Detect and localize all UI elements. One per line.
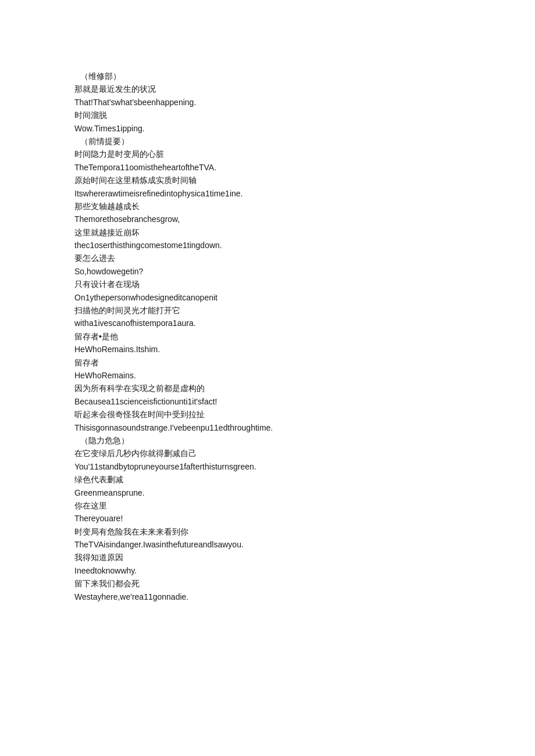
main-content: （维修部）那就是最近发生的状况That!That'swhat'sbeenhapp… — [0, 0, 535, 650]
text-line-l28: Thisisgonnasoundstrange.I'vebeenpu11edth… — [74, 421, 535, 434]
text-line-l1: （维修部） — [74, 70, 535, 83]
text-line-l9: 原始时间在这里精炼成实质时间轴 — [74, 174, 535, 187]
text-line-l33: Greenmeansprune. — [74, 486, 535, 499]
text-line-l41: Westayhere,we'rea11gonnadie. — [74, 590, 535, 603]
text-line-l5: Wow.Times1ipping. — [74, 122, 535, 135]
text-line-l10: Itswhererawtimeisrefinedintophysica1time… — [74, 187, 535, 200]
text-line-l2: 那就是最近发生的状况 — [74, 83, 535, 95]
text-line-l3: That!That'swhat'sbeenhappening. — [74, 96, 535, 109]
text-line-l20: witha1ivescanofhistempora1aura. — [74, 317, 535, 329]
text-line-l12: Themorethosebranchesgrow, — [74, 213, 535, 225]
text-line-l6: （前情提要） — [74, 135, 535, 148]
text-line-l29: （隐力危急） — [74, 434, 535, 447]
text-line-l30: 在它变绿后几秒内你就得删减自己 — [74, 447, 535, 460]
text-line-l24: HeWhoRemains. — [74, 369, 535, 382]
text-line-l25: 因为所有科学在实现之前都是虚构的 — [74, 382, 535, 395]
text-line-l32: 绿色代表删减 — [74, 473, 535, 486]
text-line-l26: Becausea11scienceisfictionunti1it'sfact! — [74, 395, 535, 408]
text-line-l11: 那些支轴越越成长 — [74, 200, 535, 213]
text-line-l14: thec1oserthisthingcomestome1tingdown. — [74, 239, 535, 252]
text-line-l23: 留存者 — [74, 356, 535, 369]
text-line-l37: TheTVAisindanger.Iwasinthefutureandlsawy… — [74, 538, 535, 551]
text-line-l34: 你在这里 — [74, 499, 535, 512]
text-line-l35: Thereyouare! — [74, 512, 535, 525]
text-line-l19: 扫描他的时间灵光才能打开它 — [74, 304, 535, 317]
text-line-l40: 留下来我们都会死 — [74, 577, 535, 590]
text-line-l18: On1ythepersonwhodesigneditcanopenit — [74, 291, 535, 304]
text-line-l13: 这里就越接近崩坏 — [74, 226, 535, 239]
text-line-l27: 听起来会很奇怪我在时间中受到拉扯 — [74, 408, 535, 421]
text-line-l8: TheTempora11oomistheheartoftheTVA. — [74, 161, 535, 174]
text-line-l36: 时变局有危险我在未来来看到你 — [74, 525, 535, 538]
text-line-l39: Ineedtoknowwhy. — [74, 564, 535, 577]
text-line-l22: HeWhoRemains.Itshim. — [74, 343, 535, 356]
text-line-l21: 留存者•是他 — [74, 330, 535, 343]
text-line-l17: 只有设计者在现场 — [74, 278, 535, 291]
text-line-l7: 时间隐力是时变局的心脏 — [74, 148, 535, 160]
text-line-l38: 我得知道原因 — [74, 551, 535, 564]
text-line-l15: 要怎么进去 — [74, 252, 535, 264]
text-line-l31: You'11standbytopruneyourse1fafterthistur… — [74, 460, 535, 473]
text-line-l4: 时间溜脱 — [74, 109, 535, 121]
text-line-l16: So,howdowegetin? — [74, 265, 535, 278]
